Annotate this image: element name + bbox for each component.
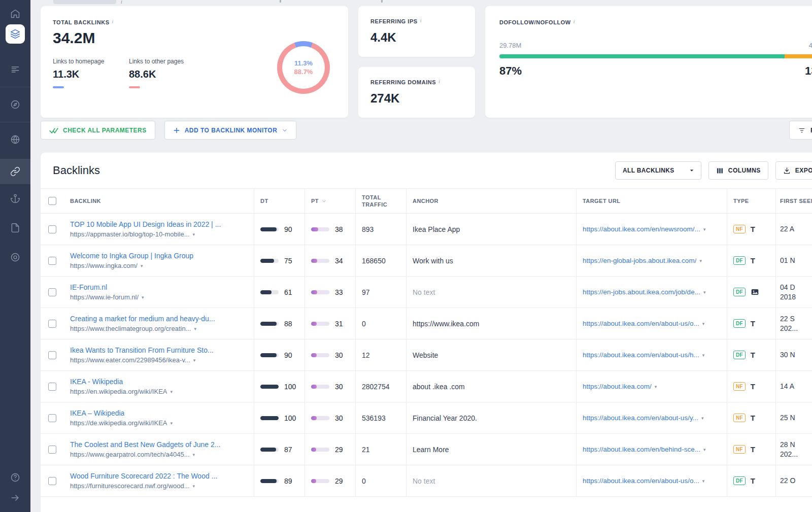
- chevron-down-icon[interactable]: ▾: [701, 416, 704, 421]
- backlink-title-link[interactable]: IKEA – Wikipedia: [70, 409, 124, 417]
- sidebar-item-targets[interactable]: [0, 247, 30, 267]
- target-url-link[interactable]: https://about.ikea.com/en/about-us/o...: [583, 477, 699, 485]
- chevron-down-icon[interactable]: ▾: [193, 484, 195, 489]
- chevron-down-icon[interactable]: ▾: [699, 258, 702, 263]
- info-icon[interactable]: i: [573, 19, 575, 24]
- backlink-url-link[interactable]: https://www.ie-forum.nl/: [70, 293, 139, 301]
- pt-value: 29: [335, 477, 343, 485]
- target-url-link[interactable]: https://about.ikea.com/: [583, 383, 652, 390]
- chevron-down-icon[interactable]: ▾: [142, 295, 144, 300]
- sidebar-item-help[interactable]: [0, 467, 30, 488]
- row-checkbox[interactable]: [48, 351, 56, 359]
- target-url-link[interactable]: https://about.ikea.com/en/behind-sce...: [583, 446, 700, 453]
- chevron-down-icon[interactable]: ▾: [170, 389, 173, 394]
- row-checkbox[interactable]: [48, 257, 56, 265]
- sidebar-item-pages[interactable]: [0, 218, 30, 238]
- chevron-down-icon[interactable]: ▾: [702, 353, 705, 358]
- backlink-title-link[interactable]: IKEA - Wikipedia: [70, 378, 123, 386]
- row-checkbox[interactable]: [48, 446, 56, 454]
- chevron-down-icon[interactable]: ▾: [703, 290, 706, 295]
- row-checkbox[interactable]: [48, 288, 56, 296]
- col-header-anchor[interactable]: ANCHOR: [406, 189, 576, 213]
- backlink-url-link[interactable]: https://furniturescorecard.nwf.org/wood.…: [70, 482, 190, 490]
- backlink-title-link[interactable]: Wood Furniture Scorecard 2022 : The Wood…: [70, 472, 217, 480]
- sidebar-item-web[interactable]: [0, 129, 30, 150]
- filter-button[interactable]: FILTER: [789, 121, 812, 140]
- backlink-url-link[interactable]: https://appmaster.io/blog/top-10-mobile.…: [70, 230, 190, 238]
- chevron-down-icon[interactable]: ▾: [193, 452, 195, 457]
- target-url-link[interactable]: https://en-jobs.about.ikea.com/job/de...: [583, 288, 700, 296]
- col-header-type[interactable]: TYPE: [727, 189, 775, 213]
- pt-bar-fill: [311, 479, 316, 483]
- plus-icon: [173, 127, 180, 134]
- backlink-title-link[interactable]: IE-Forum.nl: [70, 283, 107, 291]
- pt-value: 38: [335, 225, 343, 233]
- columns-button[interactable]: COLUMNS: [708, 161, 768, 180]
- chevron-down-icon[interactable]: ▾: [655, 384, 657, 389]
- backlink-title-link[interactable]: TOP 10 Mobile App UI Design Ideas in 202…: [70, 220, 221, 228]
- image-type-icon: [751, 288, 759, 296]
- chevron-down-icon[interactable]: ▾: [703, 447, 706, 452]
- sidebar-divider: [0, 122, 30, 122]
- col-header-target-url[interactable]: TARGET URL: [576, 189, 727, 213]
- chevron-down-icon: [282, 127, 288, 133]
- col-header-first-seen[interactable]: FIRST SEEN: [775, 189, 812, 213]
- row-checkbox[interactable]: [48, 225, 56, 233]
- target-url-link[interactable]: https://about.ikea.com/en/about-us/h...: [583, 351, 699, 359]
- chevron-down-icon[interactable]: ▾: [170, 421, 173, 426]
- all-backlinks-select[interactable]: ALL BACKLINKS: [615, 161, 701, 180]
- backlink-title-link[interactable]: The Coolest and Best New Gadgets of June…: [70, 440, 221, 449]
- chevron-down-icon[interactable]: ▾: [703, 227, 706, 232]
- row-checkbox[interactable]: [48, 383, 56, 391]
- referring-ips-label: REFERRING IPS: [370, 18, 418, 24]
- referring-ips-card: REFERRING IPS i 4.4K: [358, 6, 475, 57]
- pt-bar-fill: [311, 259, 317, 263]
- chevron-down-icon[interactable]: ▾: [702, 479, 705, 484]
- sidebar-item-notes[interactable]: [0, 59, 30, 80]
- info-icon[interactable]: i: [112, 19, 114, 24]
- backlink-url-link[interactable]: https://www.theclimategroup.org/creatin.…: [70, 325, 191, 332]
- chevron-down-icon[interactable]: ▾: [193, 232, 195, 237]
- sidebar-item-home[interactable]: [0, 4, 30, 24]
- chevron-down-icon[interactable]: ▾: [194, 326, 196, 331]
- target-url-link[interactable]: https://en-global-jobs.about.ikea.com/: [583, 257, 696, 264]
- add-to-backlink-monitor-button[interactable]: ADD TO BACKLINK MONITOR: [164, 121, 297, 140]
- select-all-checkbox[interactable]: [48, 197, 56, 205]
- export-button[interactable]: EXPORT: [775, 161, 812, 180]
- backlink-title-link[interactable]: Ikea Wants to Transition From Furniture …: [70, 346, 214, 354]
- info-icon[interactable]: i: [438, 79, 440, 84]
- sidebar-item-dashboard[interactable]: [0, 94, 30, 115]
- row-checkbox[interactable]: [48, 320, 56, 328]
- backlink-url-link[interactable]: https://en.wikipedia.org/wiki/IKEA: [70, 388, 167, 395]
- backlink-url-link[interactable]: https://www.ingka.com/: [70, 262, 138, 269]
- sidebar-item-backlinks[interactable]: [0, 159, 30, 184]
- backlink-url-link[interactable]: https://de.wikipedia.org/wiki/IKEA: [70, 419, 167, 427]
- sidebar-item-projects[interactable]: [0, 24, 30, 44]
- dt-value: 75: [284, 257, 292, 265]
- row-checkbox[interactable]: [48, 477, 56, 485]
- row-checkbox[interactable]: [48, 414, 56, 422]
- col-header-traffic[interactable]: TOTAL TRAFFIC: [355, 189, 406, 213]
- first-seen-value: 04 D 2018: [775, 277, 812, 308]
- target-url-link[interactable]: https://about.ikea.com/en/newsroom/...: [583, 225, 700, 233]
- target-url-link[interactable]: https://about.ikea.com/en/about-us/y...: [583, 414, 698, 422]
- col-header-pt[interactable]: PT: [304, 189, 355, 213]
- check-all-parameters-button[interactable]: CHECK ALL PARAMETERS: [41, 121, 155, 140]
- backlink-title-link[interactable]: Creating a market for medium and heavy-d…: [70, 315, 215, 323]
- pt-value: 34: [335, 257, 343, 265]
- target-url-link[interactable]: https://about.ikea.com/en/about-us/o...: [583, 320, 699, 327]
- col-header-backlink[interactable]: BACKLINK: [64, 189, 254, 213]
- info-icon[interactable]: i: [420, 18, 422, 23]
- sidebar-collapse-button[interactable]: [0, 488, 30, 508]
- backlink-url-link[interactable]: https://www.gearpatrol.com/tech/a4045...: [70, 451, 190, 458]
- backlink-url-link[interactable]: https://www.eater.com/22989456/ikea-v...: [70, 356, 190, 364]
- sidebar-item-anchors[interactable]: [0, 188, 30, 209]
- col-header-dt[interactable]: DT: [254, 189, 304, 213]
- backlink-title-link[interactable]: Welcome to Ingka Group | Ingka Group: [70, 252, 193, 260]
- chevron-down-icon[interactable]: ▾: [141, 263, 143, 268]
- home-icon: [10, 9, 20, 19]
- text-type-icon: T: [751, 414, 755, 422]
- chevron-down-icon[interactable]: ▾: [193, 358, 196, 363]
- chevron-down-icon[interactable]: ▾: [702, 321, 705, 326]
- table-row: IE-Forum.nl https://www.ie-forum.nl/ ▾ 6…: [41, 277, 812, 308]
